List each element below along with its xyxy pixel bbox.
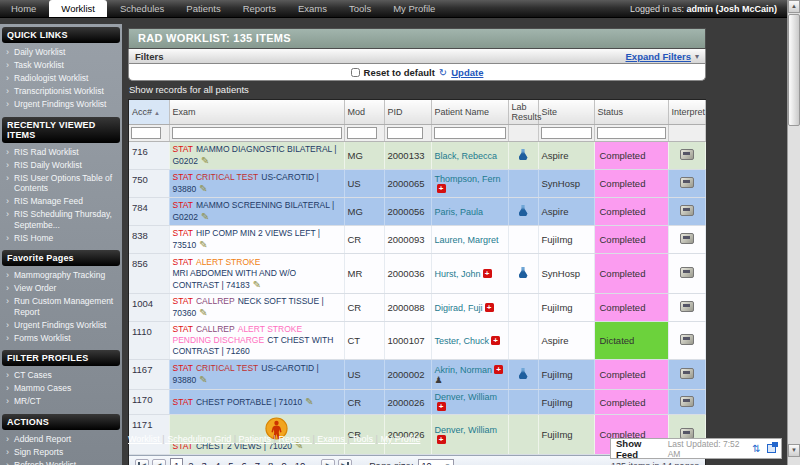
interpret-icon[interactable] xyxy=(680,233,694,244)
prev-page-button[interactable]: ◀ xyxy=(152,459,166,465)
page-number[interactable]: 7 xyxy=(252,459,263,465)
last-page-button[interactable]: ▶ xyxy=(338,459,352,465)
edit-pencil-icon[interactable]: ✎ xyxy=(201,211,209,222)
page-number[interactable]: 8 xyxy=(265,459,276,465)
interpret-icon[interactable] xyxy=(680,301,694,312)
tab-patients[interactable]: Patients xyxy=(175,0,231,17)
table-row[interactable]: 1167 STATCRITICAL TESTUS-CAROTID | 93880… xyxy=(129,360,705,390)
filter-status-input[interactable] xyxy=(597,127,666,139)
table-row[interactable]: 750 STATCRITICAL TESTUS-CAROTID | 93880✎… xyxy=(129,170,705,198)
sidebar-item-mammography-tracking[interactable]: ›Mammography Tracking xyxy=(6,270,120,281)
edit-pencil-icon[interactable]: ✎ xyxy=(199,307,207,318)
table-row[interactable]: 784 STATMAMMO SCREENING BILATERAL | G020… xyxy=(129,198,705,226)
page-number[interactable]: 6 xyxy=(238,459,249,465)
edit-pencil-icon[interactable]: ✎ xyxy=(199,183,207,194)
sidebar-item-addend-report[interactable]: ›Addend Report xyxy=(6,434,120,445)
footer-link-scheduling-grid[interactable]: Scheduling Grid xyxy=(167,434,238,444)
sidebar-item-transcriptionist-worklist[interactable]: ›Transcriptionist Worklist xyxy=(6,86,120,97)
show-feed-toggle[interactable]: Show Feed xyxy=(616,438,662,460)
page-size-select[interactable]: 10 ▼ xyxy=(418,459,454,465)
column-header-mod[interactable]: Mod xyxy=(344,100,384,125)
interpret-icon[interactable] xyxy=(680,177,694,188)
table-row[interactable]: 716 STATMAMMO DIAGNOSTIC BILATERAL | G02… xyxy=(129,142,705,170)
footer-link-worklist[interactable]: Worklist xyxy=(128,434,167,444)
table-row[interactable]: 856 STATALERT STROKEMRI ABDOMEN WITH AND… xyxy=(129,254,705,294)
lab-flask-icon[interactable] xyxy=(519,368,528,379)
sidebar-item-mammo-cases[interactable]: ›Mammo Cases xyxy=(6,383,120,394)
page-number[interactable]: 2 xyxy=(185,459,196,465)
tab-exams[interactable]: Exams xyxy=(287,0,338,17)
filter-pid-input[interactable] xyxy=(387,127,423,139)
page-number[interactable]: 10 xyxy=(292,459,309,465)
column-header-status[interactable]: Status xyxy=(594,100,668,125)
filter-exam-input[interactable] xyxy=(172,127,342,139)
filter-mod-input[interactable] xyxy=(347,127,377,139)
page-number[interactable]: 9 xyxy=(278,459,289,465)
sidebar-item-urgent-findings-worklist-2[interactable]: ›Urgent Findings Worklist xyxy=(6,320,120,331)
edit-pencil-icon[interactable]: ✎ xyxy=(305,396,313,407)
column-header-exam[interactable]: Exam xyxy=(169,100,344,125)
sidebar-item-daily-worklist[interactable]: ›Daily Worklist xyxy=(6,47,120,58)
filter-site-input[interactable] xyxy=(541,127,592,139)
page-number-current[interactable]: 1 xyxy=(170,458,183,465)
footer-link-my-profile[interactable]: My Profile xyxy=(380,434,420,444)
interpret-icon[interactable] xyxy=(680,334,694,345)
lab-flask-icon[interactable] xyxy=(519,205,528,216)
column-header-acc[interactable]: Acc#▲ xyxy=(129,100,169,125)
sidebar-item-task-worklist[interactable]: ›Task Worklist xyxy=(6,60,120,71)
sidebar-item-forms-worklist[interactable]: ›Forms Worklist xyxy=(6,333,120,344)
page-number[interactable]: 3 xyxy=(199,459,210,465)
sidebar-item-ris-scheduling[interactable]: ›RIS Scheduling Thursday, Septembe... xyxy=(6,209,120,230)
filter-patient-input[interactable] xyxy=(434,127,506,139)
sidebar-item-view-order[interactable]: ›View Order xyxy=(6,283,120,294)
edit-pencil-icon[interactable]: ✎ xyxy=(201,155,209,166)
next-page-button[interactable]: ▶ xyxy=(321,459,335,465)
tab-reports[interactable]: Reports xyxy=(232,0,287,17)
table-row[interactable]: 838 STATHIP COMP MIN 2 VIEWS LEFT | 7351… xyxy=(129,226,705,254)
table-row[interactable]: 1110 STATCALLREPALERT STROKE PENDING DIS… xyxy=(129,322,705,360)
interpret-icon[interactable] xyxy=(680,149,694,160)
filter-acc-input[interactable] xyxy=(131,127,161,139)
lab-flask-icon[interactable] xyxy=(519,149,528,160)
page-number[interactable]: 5 xyxy=(225,459,236,465)
interpret-icon[interactable] xyxy=(680,396,694,407)
scroll-up-arrow[interactable]: ▲ xyxy=(788,0,800,13)
vertical-scrollbar[interactable]: ▲ ▼ xyxy=(787,0,800,465)
sidebar-item-mr-ct[interactable]: ›MR/CT xyxy=(6,396,120,407)
table-row[interactable]: 1170 STATCHEST PORTABLE | 71010✎ CR 2000… xyxy=(129,390,705,415)
sidebar-item-sign-reports[interactable]: ›Sign Reports xyxy=(6,447,120,458)
footer-link-reports[interactable]: Reports xyxy=(278,434,317,444)
edit-pencil-icon[interactable]: ✎ xyxy=(199,239,207,250)
sidebar-item-ct-cases[interactable]: ›CT Cases xyxy=(6,370,120,381)
expand-chevron-icon[interactable]: ▾ xyxy=(695,52,699,61)
refresh-feed-icon[interactable]: ⇅ xyxy=(752,444,760,454)
tab-tools[interactable]: Tools xyxy=(338,0,382,17)
update-link[interactable]: Update xyxy=(451,67,483,78)
column-header-patient-name[interactable]: Patient Name xyxy=(431,100,508,125)
tab-worklist[interactable]: Worklist xyxy=(49,0,107,17)
tab-home[interactable]: Home xyxy=(0,0,47,17)
sidebar-item-ris-user-options[interactable]: ›RIS User Options Table of Contents xyxy=(6,173,120,194)
lab-flask-icon[interactable] xyxy=(519,267,528,278)
tab-schedules[interactable]: Schedules xyxy=(109,0,175,17)
sidebar-item-run-custom-report[interactable]: ›Run Custom Management Report xyxy=(6,296,120,317)
table-row[interactable]: 1004 STATCALLREPNECK SOFT TISSUE | 70360… xyxy=(129,294,705,322)
expand-filters-link[interactable]: Expand Filters xyxy=(626,51,691,62)
interpret-icon[interactable] xyxy=(680,205,694,216)
edit-pencil-icon[interactable]: ✎ xyxy=(253,279,261,290)
edit-pencil-icon[interactable]: ✎ xyxy=(199,374,207,385)
footer-link-patients[interactable]: Patients xyxy=(239,434,279,444)
column-header-interpret[interactable]: Interpret xyxy=(668,100,705,125)
footer-link-tools[interactable]: Tools xyxy=(352,434,380,444)
sidebar-item-urgent-findings-worklist[interactable]: ›Urgent Findings Worklist xyxy=(6,99,120,110)
column-header-lab-results[interactable]: Lab Results xyxy=(508,100,538,125)
page-number[interactable]: 4 xyxy=(212,459,223,465)
interpret-icon[interactable] xyxy=(680,368,694,379)
sidebar-item-ris-manage-feed[interactable]: ›RIS Manage Feed xyxy=(6,196,120,207)
first-page-button[interactable]: ◀ xyxy=(135,459,149,465)
sidebar-item-ris-home[interactable]: ›RIS Home xyxy=(6,233,120,244)
tab-my-profile[interactable]: My Profile xyxy=(382,0,446,17)
popout-window-icon[interactable] xyxy=(767,444,776,453)
column-header-pid[interactable]: PID xyxy=(384,100,431,125)
scrollbar-thumb[interactable] xyxy=(788,14,800,126)
